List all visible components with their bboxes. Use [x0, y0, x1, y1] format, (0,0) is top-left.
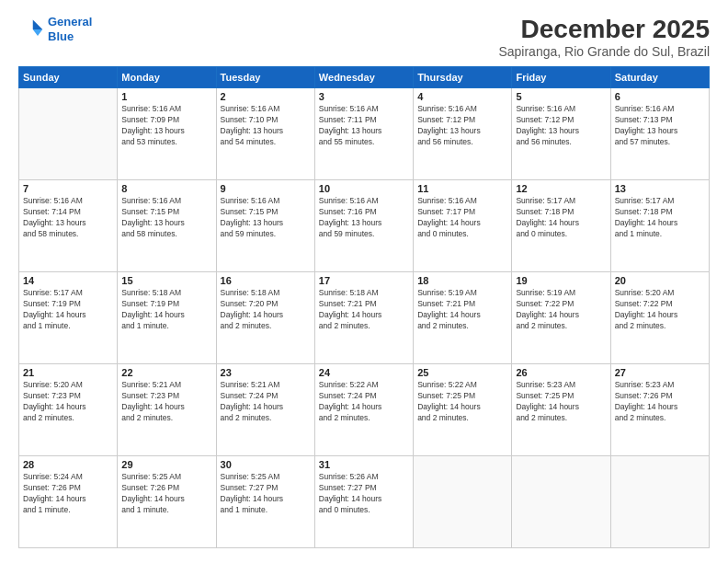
calendar-cell: 4Sunrise: 5:16 AMSunset: 7:12 PMDaylight… — [414, 88, 512, 180]
calendar-cell: 14Sunrise: 5:17 AMSunset: 7:19 PMDayligh… — [19, 272, 118, 364]
calendar-cell: 9Sunrise: 5:16 AMSunset: 7:15 PMDaylight… — [216, 180, 314, 272]
day-info: Sunrise: 5:16 AMSunset: 7:11 PMDaylight:… — [319, 104, 409, 148]
calendar-cell — [414, 456, 512, 548]
col-tuesday: Tuesday — [216, 67, 314, 88]
day-number: 19 — [516, 275, 606, 286]
day-info: Sunrise: 5:23 AMSunset: 7:25 PMDaylight:… — [516, 380, 606, 424]
day-number: 6 — [615, 91, 705, 102]
day-number: 15 — [121, 275, 211, 286]
day-info: Sunrise: 5:19 AMSunset: 7:21 PMDaylight:… — [417, 288, 507, 332]
calendar-cell: 25Sunrise: 5:22 AMSunset: 7:25 PMDayligh… — [414, 364, 512, 456]
day-number: 16 — [221, 275, 311, 286]
day-number: 18 — [417, 275, 507, 286]
day-info: Sunrise: 5:18 AMSunset: 7:20 PMDaylight:… — [221, 288, 311, 332]
day-number: 1 — [121, 91, 211, 102]
day-info: Sunrise: 5:18 AMSunset: 7:21 PMDaylight:… — [319, 288, 409, 332]
col-saturday: Saturday — [610, 67, 709, 88]
day-number: 23 — [221, 367, 311, 378]
calendar-cell — [19, 88, 118, 180]
calendar-week-1: 1Sunrise: 5:16 AMSunset: 7:09 PMDaylight… — [19, 88, 710, 180]
day-info: Sunrise: 5:16 AMSunset: 7:14 PMDaylight:… — [23, 196, 113, 240]
calendar-cell: 6Sunrise: 5:16 AMSunset: 7:13 PMDaylight… — [610, 88, 709, 180]
col-friday: Friday — [512, 67, 610, 88]
calendar-cell: 13Sunrise: 5:17 AMSunset: 7:18 PMDayligh… — [610, 180, 709, 272]
day-number: 27 — [615, 367, 705, 378]
col-monday: Monday — [118, 67, 216, 88]
logo-icon — [18, 17, 44, 42]
logo-text: General Blue — [48, 15, 92, 43]
main-title: December 2025 — [498, 15, 710, 44]
day-info: Sunrise: 5:24 AMSunset: 7:26 PMDaylight:… — [23, 472, 113, 516]
day-number: 28 — [23, 459, 113, 470]
subtitle: Sapiranga, Rio Grande do Sul, Brazil — [498, 44, 710, 59]
day-number: 10 — [319, 183, 409, 194]
day-number: 20 — [615, 275, 705, 286]
day-info: Sunrise: 5:16 AMSunset: 7:12 PMDaylight:… — [417, 104, 507, 148]
calendar-cell — [512, 456, 610, 548]
svg-marker-1 — [33, 29, 43, 36]
calendar-week-4: 21Sunrise: 5:20 AMSunset: 7:23 PMDayligh… — [19, 364, 710, 456]
day-info: Sunrise: 5:16 AMSunset: 7:12 PMDaylight:… — [516, 104, 606, 148]
calendar-week-5: 28Sunrise: 5:24 AMSunset: 7:26 PMDayligh… — [19, 456, 710, 548]
day-number: 17 — [319, 275, 409, 286]
day-number: 21 — [23, 367, 113, 378]
calendar-cell: 26Sunrise: 5:23 AMSunset: 7:25 PMDayligh… — [512, 364, 610, 456]
calendar-cell: 29Sunrise: 5:25 AMSunset: 7:26 PMDayligh… — [118, 456, 216, 548]
day-info: Sunrise: 5:23 AMSunset: 7:26 PMDaylight:… — [615, 380, 705, 424]
calendar-cell: 31Sunrise: 5:26 AMSunset: 7:27 PMDayligh… — [314, 456, 413, 548]
calendar-header-row: Sunday Monday Tuesday Wednesday Thursday… — [19, 67, 710, 88]
day-number: 5 — [516, 91, 606, 102]
day-info: Sunrise: 5:16 AMSunset: 7:17 PMDaylight:… — [417, 196, 507, 240]
calendar-cell: 30Sunrise: 5:25 AMSunset: 7:27 PMDayligh… — [216, 456, 314, 548]
calendar-cell: 3Sunrise: 5:16 AMSunset: 7:11 PMDaylight… — [314, 88, 413, 180]
day-number: 9 — [221, 183, 311, 194]
day-info: Sunrise: 5:19 AMSunset: 7:22 PMDaylight:… — [516, 288, 606, 332]
day-info: Sunrise: 5:21 AMSunset: 7:24 PMDaylight:… — [221, 380, 311, 424]
day-info: Sunrise: 5:26 AMSunset: 7:27 PMDaylight:… — [319, 472, 409, 516]
col-wednesday: Wednesday — [314, 67, 413, 88]
calendar-week-2: 7Sunrise: 5:16 AMSunset: 7:14 PMDaylight… — [19, 180, 710, 272]
calendar-cell: 1Sunrise: 5:16 AMSunset: 7:09 PMDaylight… — [118, 88, 216, 180]
day-info: Sunrise: 5:16 AMSunset: 7:16 PMDaylight:… — [319, 196, 409, 240]
calendar-week-3: 14Sunrise: 5:17 AMSunset: 7:19 PMDayligh… — [19, 272, 710, 364]
day-info: Sunrise: 5:20 AMSunset: 7:22 PMDaylight:… — [615, 288, 705, 332]
day-number: 8 — [121, 183, 211, 194]
day-number: 4 — [417, 91, 507, 102]
day-number: 29 — [121, 459, 211, 470]
calendar-cell: 28Sunrise: 5:24 AMSunset: 7:26 PMDayligh… — [19, 456, 118, 548]
day-number: 22 — [121, 367, 211, 378]
day-info: Sunrise: 5:17 AMSunset: 7:18 PMDaylight:… — [516, 196, 606, 240]
calendar-cell: 19Sunrise: 5:19 AMSunset: 7:22 PMDayligh… — [512, 272, 610, 364]
calendar-cell: 16Sunrise: 5:18 AMSunset: 7:20 PMDayligh… — [216, 272, 314, 364]
day-number: 12 — [516, 183, 606, 194]
day-number: 30 — [221, 459, 311, 470]
calendar-cell: 21Sunrise: 5:20 AMSunset: 7:23 PMDayligh… — [19, 364, 118, 456]
calendar-table: Sunday Monday Tuesday Wednesday Thursday… — [18, 66, 710, 548]
svg-marker-0 — [33, 19, 43, 29]
day-info: Sunrise: 5:17 AMSunset: 7:19 PMDaylight:… — [23, 288, 113, 332]
col-sunday: Sunday — [19, 67, 118, 88]
title-block: December 2025 Sapiranga, Rio Grande do S… — [498, 15, 710, 59]
day-info: Sunrise: 5:18 AMSunset: 7:19 PMDaylight:… — [121, 288, 211, 332]
calendar-cell: 10Sunrise: 5:16 AMSunset: 7:16 PMDayligh… — [314, 180, 413, 272]
calendar-cell: 8Sunrise: 5:16 AMSunset: 7:15 PMDaylight… — [118, 180, 216, 272]
day-info: Sunrise: 5:16 AMSunset: 7:10 PMDaylight:… — [221, 104, 311, 148]
day-number: 24 — [319, 367, 409, 378]
calendar-cell — [610, 456, 709, 548]
day-number: 2 — [221, 91, 311, 102]
day-info: Sunrise: 5:25 AMSunset: 7:26 PMDaylight:… — [121, 472, 211, 516]
calendar-cell: 22Sunrise: 5:21 AMSunset: 7:23 PMDayligh… — [118, 364, 216, 456]
calendar-cell: 12Sunrise: 5:17 AMSunset: 7:18 PMDayligh… — [512, 180, 610, 272]
calendar-cell: 2Sunrise: 5:16 AMSunset: 7:10 PMDaylight… — [216, 88, 314, 180]
header: General Blue December 2025 Sapiranga, Ri… — [18, 15, 710, 59]
day-number: 14 — [23, 275, 113, 286]
day-number: 11 — [417, 183, 507, 194]
calendar-cell: 15Sunrise: 5:18 AMSunset: 7:19 PMDayligh… — [118, 272, 216, 364]
day-number: 26 — [516, 367, 606, 378]
day-info: Sunrise: 5:16 AMSunset: 7:15 PMDaylight:… — [221, 196, 311, 240]
calendar-cell: 5Sunrise: 5:16 AMSunset: 7:12 PMDaylight… — [512, 88, 610, 180]
day-number: 13 — [615, 183, 705, 194]
col-thursday: Thursday — [414, 67, 512, 88]
calendar-cell: 7Sunrise: 5:16 AMSunset: 7:14 PMDaylight… — [19, 180, 118, 272]
day-number: 3 — [319, 91, 409, 102]
